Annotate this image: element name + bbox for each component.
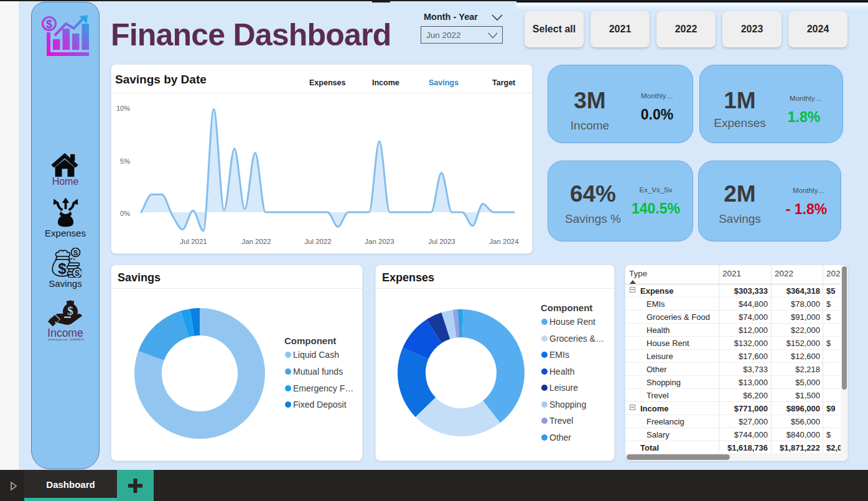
- svg-text:$: $: [67, 304, 73, 317]
- svg-text:$: $: [58, 260, 67, 277]
- svg-text:S: S: [73, 249, 78, 256]
- svg-text:$: $: [46, 18, 52, 30]
- svg-text:S: S: [75, 269, 80, 278]
